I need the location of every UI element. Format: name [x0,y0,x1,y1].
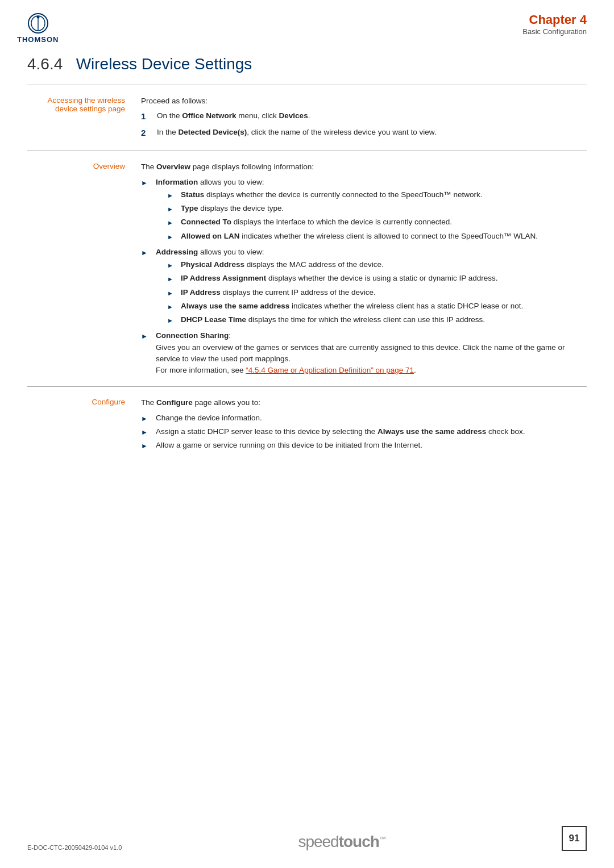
sub-allowed-text: Allowed on LAN indicates whether the wir… [181,231,538,242]
brand-touch: touch [339,833,379,850]
configure-intro: The Configure page allows you to: [141,397,587,408]
config-text-1: Change the device information. [156,412,262,424]
step-2-text: In the Detected Device(s), click the nam… [157,127,437,138]
step-1-text: On the Office Network menu, click Device… [157,110,310,122]
sub-arrow-ip-assign: ► [167,274,179,284]
section-content-configure: The Configure page allows you to: ► Chan… [141,397,587,453]
section-content-overview: The Overview page displays following inf… [141,161,587,378]
step-1-num: 1 [141,110,154,123]
section-overview: Overview The Overview page displays foll… [27,151,587,386]
section-content-accessing: Proceed as follows: 1 On the Office Netw… [141,95,587,143]
content-area: Accessing the wirelessdevice settings pa… [0,85,614,461]
link-game-definition[interactable]: “4.5.4 Game or Application Definition” o… [246,366,414,374]
step-1: 1 On the Office Network menu, click Devi… [141,110,587,123]
config-arrow-3: ► [141,441,154,451]
bullet-arrow-addr: ► [141,248,154,258]
config-bullet-2: ► Assign a static DHCP server lease to t… [141,426,587,437]
config-bullet-1: ► Change the device information. [141,412,587,424]
bullet-addr-text: Addressing allows you to view: [156,248,264,256]
brand-tm: ™ [379,835,385,843]
sub-arrow-dhcp: ► [167,316,179,326]
sub-physical-text: Physical Address displays the MAC addres… [181,259,384,270]
sub-status-text: Status displays whether the device is cu… [181,189,483,201]
config-arrow-1: ► [141,414,154,424]
logo-area: THOMSON [17,12,59,44]
bullet-addressing: ► Addressing allows you to view: ► Physi… [141,247,587,328]
section-configure: Configure The Configure page allows you … [27,386,587,461]
sub-arrow-allowed: ► [167,232,179,242]
brand-speed: speed [298,833,338,850]
addr-sub-bullets: ► Physical Address displays the MAC addr… [167,259,523,326]
chapter-label: Chapter 4 [522,12,587,27]
sub-type-text: Type displays the device type. [181,203,284,214]
info-sub-bullets: ► Status displays whether the device is … [167,189,538,242]
sub-arrow-physical: ► [167,261,179,270]
sub-physical: ► Physical Address displays the MAC addr… [167,259,523,270]
sub-ip-assign-text: IP Address Assignment displays whether t… [181,273,498,284]
step-2: 2 In the Detected Device(s), click the n… [141,127,587,140]
footer-doc-id: E-DOC-CTC-20050429-0104 v1.0 [27,844,122,851]
page-number: 91 [562,826,587,851]
sub-arrow-ip-addr: ► [167,289,179,298]
bullet-information: ► Information allows you to view: ► Stat… [141,177,587,244]
sub-connected-text: Connected To displays the interface to w… [181,216,452,228]
chapter-subtitle: Basic Configuration [522,27,587,36]
bullet-addr-content: Addressing allows you to view: ► Physica… [156,247,523,328]
title-text: Wireless Device Settings [76,55,252,73]
logo-text: THOMSON [17,35,59,44]
config-text-2: Assign a static DHCP server lease to thi… [156,426,525,437]
overview-bullets: ► Information allows you to view: ► Stat… [141,177,587,377]
section-label-overview: Overview [27,161,141,378]
bullet-arrow-info: ► [141,178,154,188]
section-label-configure: Configure [27,397,141,453]
sub-arrow-always: ► [167,302,179,312]
sub-arrow-connected: ► [167,218,179,228]
sub-allowed-lan: ► Allowed on LAN indicates whether the w… [167,231,538,242]
sub-status: ► Status displays whether the device is … [167,189,538,201]
sub-ip-assignment: ► IP Address Assignment displays whether… [167,273,523,284]
sub-always-text: Always use the same address indicates wh… [181,301,523,312]
chapter-area: Chapter 4 Basic Configuration [522,12,587,36]
brand-speedtouch: speedtouch™ [298,833,385,850]
overview-intro: The Overview page displays following inf… [141,161,587,173]
sub-always-same: ► Always use the same address indicates … [167,301,523,312]
bullet-info-text: Information allows you to view: [156,178,264,186]
page-title-section: 4.6.4 Wireless Device Settings [0,49,614,85]
configure-bullets: ► Change the device information. ► Assig… [141,412,587,452]
step-2-num: 2 [141,127,154,140]
section-accessing: Accessing the wirelessdevice settings pa… [27,85,587,151]
section-label-accessing: Accessing the wirelessdevice settings pa… [27,95,141,143]
sub-connected-to: ► Connected To displays the interface to… [167,216,538,228]
sub-ip-addr-text: IP Address displays the current IP addre… [181,287,376,298]
sub-dhcp-lease: ► DHCP Lease Time displays the time for … [167,314,523,326]
bullet-connection-sharing: ► Connection Sharing: Gives you an overv… [141,330,587,376]
bullet-arrow-conn: ► [141,331,154,341]
sub-ip-address: ► IP Address displays the current IP add… [167,287,523,298]
conn-sharing-desc: Gives you an overview of the games or se… [156,343,565,363]
sub-arrow-type: ► [167,205,179,214]
sub-type: ► Type displays the device type. [167,203,538,214]
conn-sharing-link: For more information, see “4.5.4 Game or… [156,366,416,374]
config-arrow-2: ► [141,427,154,437]
accessing-intro: Proceed as follows: [141,95,587,107]
bullet-conn-text: Connection Sharing: [156,331,231,340]
page-title: 4.6.4 Wireless Device Settings [27,55,587,73]
sub-arrow-status: ► [167,191,179,201]
config-bullet-3: ► Allow a game or service running on thi… [141,440,587,451]
bullet-conn-content: Connection Sharing: Gives you an overvie… [156,330,587,376]
thomson-logo-icon [27,12,49,34]
page-header: THOMSON Chapter 4 Basic Configuration [0,0,614,49]
bullet-info-content: Information allows you to view: ► Status… [156,177,538,244]
sub-dhcp-text: DHCP Lease Time displays the time for wh… [181,314,485,326]
accessing-steps: 1 On the Office Network menu, click Devi… [141,110,587,139]
title-number: 4.6.4 [27,55,63,73]
footer-brand: speedtouch™ [298,833,385,851]
page-footer: E-DOC-CTC-20050429-0104 v1.0 speedtouch™… [0,826,614,851]
config-text-3: Allow a game or service running on this … [156,440,422,451]
